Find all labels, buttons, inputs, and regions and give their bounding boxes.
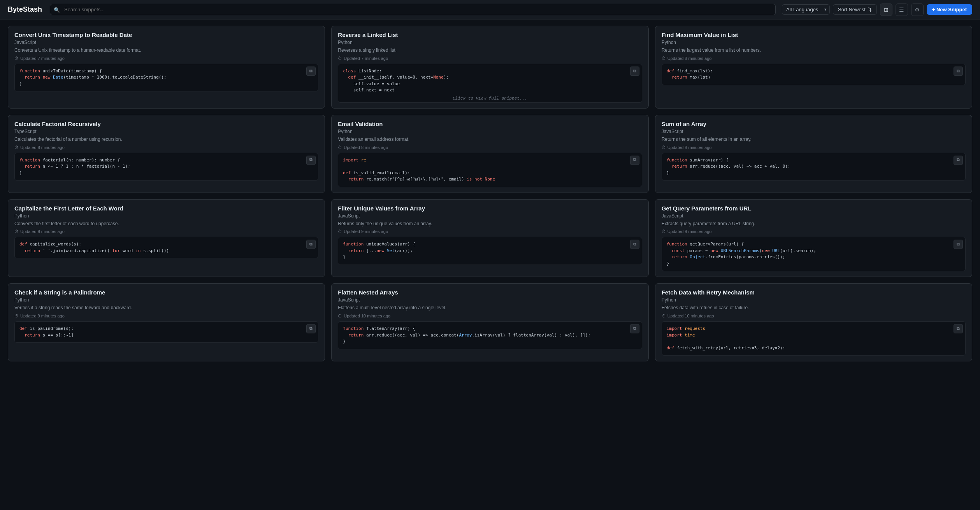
snippet-card[interactable]: Fetch Data with Retry Mechanism Python F… [655,283,972,361]
card-updated: ⏱ Updated 8 minutes ago [14,145,318,150]
card-description: Returns the sum of all elements in an ar… [662,136,966,143]
card-description: Extracts query parameters from a URL str… [662,221,966,227]
grid-view-button[interactable]: ⊞ [880,4,892,16]
card-language: JavaScript [338,297,642,303]
clock-icon: ⏱ [338,229,342,234]
copy-button[interactable]: ⧉ [630,156,639,165]
card-description: Verifies if a string reads the same forw… [14,305,318,311]
card-title: Get Query Parameters from URL [662,205,966,212]
snippet-card[interactable]: Find Maximum Value in List Python Return… [655,26,972,109]
card-header: Flatten Nested Arrays JavaScript Flatten… [332,284,648,321]
card-description: Fetches data with retries in case of fai… [662,305,966,311]
card-header: Convert Unix Timestamp to Readable Date … [8,26,325,64]
copy-button[interactable]: ⧉ [306,240,316,249]
card-header: Email Validation Python Validates an ema… [332,115,648,153]
updated-text: Updated 8 minutes ago [667,56,712,61]
card-title: Check if a String is a Palindrome [14,289,318,296]
snippet-card[interactable]: Email Validation Python Validates an ema… [331,115,648,193]
clock-icon: ⏱ [338,56,342,61]
clock-icon: ⏱ [338,314,342,318]
card-language: Python [14,297,318,303]
search-icon: 🔍 [54,7,60,12]
app-header: ByteStash 🔍 All Languages Sort Newest ⇅ … [0,0,980,19]
card-code-block: ⧉ function factorial(n: number): number … [14,153,318,181]
updated-text: Updated 8 minutes ago [344,145,388,150]
copy-button[interactable]: ⧉ [954,67,963,76]
snippet-card[interactable]: Check if a String is a Palindrome Python… [8,283,325,361]
card-updated: ⏱ Updated 10 minutes ago [338,314,642,318]
copy-button[interactable]: ⧉ [630,67,639,76]
updated-text: Updated 7 minutes ago [344,56,388,61]
click-hint: Click to view full snippet... [343,94,637,103]
card-code-block: ⧉ function getQueryParams(url) { const p… [662,237,966,271]
card-updated: ⏱ Updated 10 minutes ago [662,314,966,318]
list-view-button[interactable]: ☰ [896,4,908,16]
copy-button[interactable]: ⧉ [306,156,316,165]
main-content: Convert Unix Timestamp to Readable Date … [0,19,980,368]
snippet-card[interactable]: Reverse a Linked List Python Reverses a … [331,26,648,109]
updated-text: Updated 9 minutes ago [344,229,388,234]
clock-icon: ⏱ [662,314,666,318]
card-header: Reverse a Linked List Python Reverses a … [332,26,648,64]
card-code-block: ⧉ class ListNode: def __init__(self, val… [338,64,642,103]
card-updated: ⏱ Updated 8 minutes ago [662,56,966,61]
updated-text: Updated 10 minutes ago [667,314,714,318]
copy-button[interactable]: ⧉ [954,240,963,249]
search-input[interactable] [50,4,776,15]
search-bar: 🔍 [50,4,776,15]
copy-button[interactable]: ⧉ [954,156,963,165]
clock-icon: ⏱ [662,56,666,61]
language-select[interactable]: All Languages [782,4,830,15]
sort-button[interactable]: Sort Newest ⇅ [833,4,877,15]
card-language: JavaScript [14,40,318,45]
copy-button[interactable]: ⧉ [630,324,639,333]
card-language: JavaScript [662,129,966,134]
snippet-card[interactable]: Calculate Factorial Recursively TypeScri… [8,115,325,193]
updated-text: Updated 7 minutes ago [20,56,65,61]
card-updated: ⏱ Updated 7 minutes ago [14,56,318,61]
copy-button[interactable]: ⧉ [630,240,639,249]
card-header: Filter Unique Values from Array JavaScri… [332,200,648,237]
card-code-block: ⧉ import requests import time def fetch_… [662,321,966,356]
card-language: JavaScript [338,213,642,219]
card-updated: ⏱ Updated 9 minutes ago [14,314,318,318]
card-title: Filter Unique Values from Array [338,205,642,212]
card-updated: ⏱ Updated 8 minutes ago [662,145,966,150]
language-filter[interactable]: All Languages [782,4,830,15]
sort-icon: ⇅ [868,7,872,12]
settings-button[interactable]: ⚙ [911,4,924,16]
clock-icon: ⏱ [14,229,19,234]
card-code-block: ⧉ def find_max(lst): return max(lst) [662,64,966,85]
card-language: Python [662,297,966,303]
card-title: Flatten Nested Arrays [338,289,642,296]
card-code-block: ⧉ function flattenArray(arr) { return ar… [338,321,642,349]
copy-button[interactable]: ⧉ [954,324,963,333]
card-header: Sum of an Array JavaScript Returns the s… [655,115,972,153]
snippet-card[interactable]: Filter Unique Values from Array JavaScri… [331,199,648,277]
card-header: Fetch Data with Retry Mechanism Python F… [655,284,972,321]
snippet-card[interactable]: Get Query Parameters from URL JavaScript… [655,199,972,277]
snippet-card[interactable]: Sum of an Array JavaScript Returns the s… [655,115,972,193]
clock-icon: ⏱ [338,145,342,150]
copy-button[interactable]: ⧉ [306,324,316,333]
card-description: Returns the largest value from a list of… [662,47,966,54]
clock-icon: ⏱ [14,145,19,150]
new-snippet-button[interactable]: + New Snippet [927,4,972,15]
card-title: Sum of an Array [662,121,966,127]
snippet-card[interactable]: Capitalize the First Letter of Each Word… [8,199,325,277]
copy-button[interactable]: ⧉ [306,67,316,76]
card-language: TypeScript [14,129,318,134]
card-language: JavaScript [662,213,966,219]
card-description: Converts the first letter of each word t… [14,221,318,227]
card-title: Calculate Factorial Recursively [14,121,318,127]
snippet-card[interactable]: Flatten Nested Arrays JavaScript Flatten… [331,283,648,361]
app-logo: ByteStash [8,5,42,14]
card-language: Python [338,40,642,45]
card-code-block: ⧉ function unixToDate(timestamp) { retur… [14,64,318,92]
card-code-block: ⧉ def is_palindrome(s): return s == s[::… [14,321,318,343]
card-title: Capitalize the First Letter of Each Word [14,205,318,212]
snippet-card[interactable]: Convert Unix Timestamp to Readable Date … [8,26,325,109]
card-code-block: ⧉ function uniqueValues(arr) { return [.… [338,237,642,265]
clock-icon: ⏱ [14,56,19,61]
card-title: Reverse a Linked List [338,32,642,38]
